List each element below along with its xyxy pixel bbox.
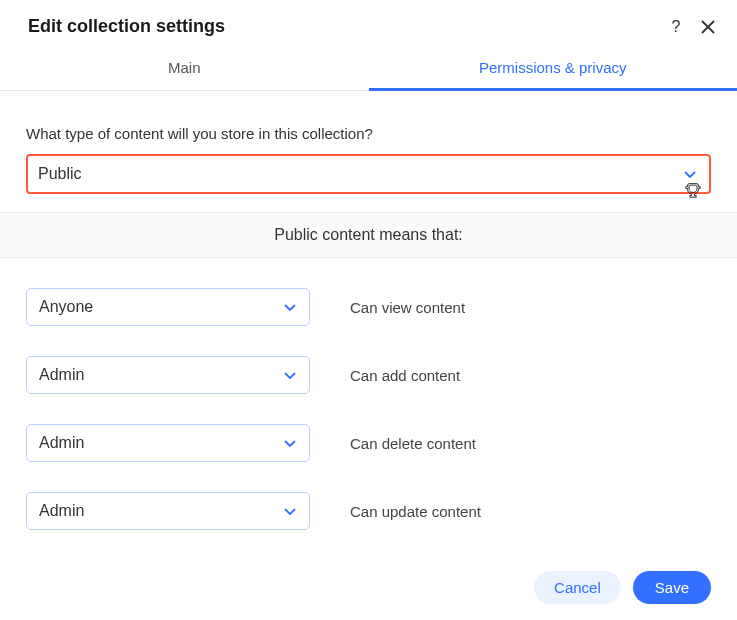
dialog-footer: Cancel Save <box>534 571 711 604</box>
chevron-down-icon <box>283 436 297 450</box>
chevron-down-icon <box>683 167 697 181</box>
perm-row-view: Anyone Can view content <box>26 288 711 326</box>
perm-label: Can delete content <box>350 435 476 452</box>
perm-label: Can add content <box>350 367 460 384</box>
tab-main[interactable]: Main <box>0 47 369 90</box>
cursor-icon <box>685 182 701 198</box>
perm-row-delete: Admin Can delete content <box>26 424 711 462</box>
cancel-button[interactable]: Cancel <box>534 571 621 604</box>
dialog-header: Edit collection settings ? <box>0 0 737 47</box>
perm-role-add-select[interactable]: Admin <box>26 356 310 394</box>
explain-bar: Public content means that: <box>0 212 737 258</box>
header-icons: ? <box>667 18 717 36</box>
perm-role-view-select[interactable]: Anyone <box>26 288 310 326</box>
content-type-select[interactable]: Public <box>26 154 711 194</box>
tabs: Main Permissions & privacy <box>0 47 737 91</box>
chevron-down-icon <box>283 504 297 518</box>
perm-role-value: Admin <box>39 434 84 452</box>
save-button[interactable]: Save <box>633 571 711 604</box>
perm-role-update-select[interactable]: Admin <box>26 492 310 530</box>
perm-row-add: Admin Can add content <box>26 356 711 394</box>
perm-role-value: Admin <box>39 366 84 384</box>
perm-role-delete-select[interactable]: Admin <box>26 424 310 462</box>
perm-label: Can update content <box>350 503 481 520</box>
help-icon[interactable]: ? <box>667 18 685 36</box>
tab-permissions[interactable]: Permissions & privacy <box>369 47 738 90</box>
content-area: What type of content will you store in t… <box>0 91 737 530</box>
perm-row-update: Admin Can update content <box>26 492 711 530</box>
content-type-value: Public <box>38 165 82 183</box>
dialog-title: Edit collection settings <box>28 16 225 37</box>
perm-role-value: Anyone <box>39 298 93 316</box>
content-type-question: What type of content will you store in t… <box>26 125 711 142</box>
perm-label: Can view content <box>350 299 465 316</box>
chevron-down-icon <box>283 300 297 314</box>
chevron-down-icon <box>283 368 297 382</box>
perm-role-value: Admin <box>39 502 84 520</box>
close-icon[interactable] <box>699 18 717 36</box>
